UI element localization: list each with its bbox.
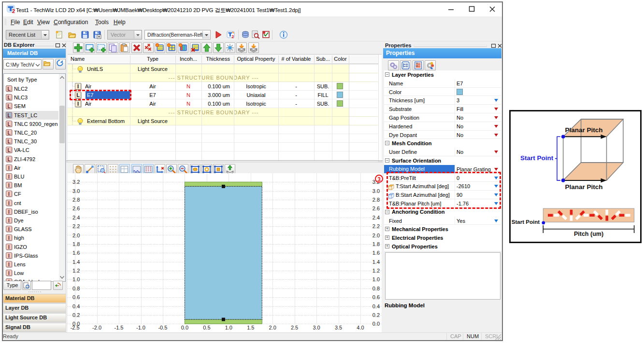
svg-text:Start Point: Start Point	[512, 219, 540, 225]
svg-text:2.2: 2.2	[372, 223, 380, 229]
svg-text:3.2: 3.2	[72, 179, 80, 185]
svg-text:3.0: 3.0	[372, 188, 380, 194]
svg-text:0.8: 0.8	[72, 286, 80, 291]
svg-text:3.0: 3.0	[313, 325, 320, 330]
svg-text:-0.5: -0.5	[158, 325, 167, 330]
svg-text:2.6: 2.6	[372, 206, 380, 211]
svg-text:3.5: 3.5	[335, 325, 342, 330]
svg-text:2: 2	[232, 34, 234, 39]
svg-text:0.0: 0.0	[372, 321, 380, 327]
svg-text:Start Point: Start Point	[520, 154, 554, 162]
svg-text:0.5: 0.5	[203, 325, 210, 330]
svg-text:1.8: 1.8	[72, 241, 80, 247]
svg-text:0.6: 0.6	[372, 294, 380, 300]
svg-text:2.4: 2.4	[372, 215, 380, 220]
svg-text:0.8: 0.8	[372, 286, 380, 291]
svg-text:-1.0: -1.0	[136, 325, 145, 330]
svg-text:0.4: 0.4	[372, 303, 380, 309]
svg-text:1.6: 1.6	[72, 250, 80, 256]
svg-text:1.4: 1.4	[372, 259, 380, 265]
svg-text:2.4: 2.4	[72, 215, 80, 220]
svg-text:2.8: 2.8	[72, 197, 80, 203]
svg-text:2.0: 2.0	[372, 233, 380, 238]
svg-text:2.2: 2.2	[72, 223, 80, 229]
svg-text:-2.5: -2.5	[71, 325, 80, 330]
svg-text:1.8: 1.8	[372, 241, 380, 247]
svg-text:2.6: 2.6	[72, 206, 80, 211]
svg-text:1.6: 1.6	[372, 250, 380, 256]
svg-text:0.6: 0.6	[72, 294, 80, 300]
svg-text:Pitch (um): Pitch (um)	[574, 231, 603, 237]
svg-text:0.4: 0.4	[72, 303, 80, 309]
svg-text:0.2: 0.2	[372, 312, 380, 318]
svg-text:2.0: 2.0	[269, 325, 276, 330]
svg-text:2: 2	[12, 8, 15, 14]
svg-text:0.0: 0.0	[181, 325, 188, 330]
svg-text:0.2: 0.2	[72, 312, 80, 318]
svg-text:1.0: 1.0	[72, 276, 80, 282]
svg-text:2.0: 2.0	[72, 233, 80, 238]
svg-text:1.4: 1.4	[72, 259, 80, 265]
svg-text:1.2: 1.2	[372, 268, 380, 274]
svg-text:4.0: 4.0	[357, 325, 364, 330]
svg-text:-1.5: -1.5	[114, 325, 124, 330]
svg-text:3.0: 3.0	[72, 188, 80, 194]
svg-text:1.0: 1.0	[372, 276, 380, 282]
svg-text:2.8: 2.8	[372, 197, 380, 203]
svg-text:-2.0: -2.0	[92, 325, 101, 330]
svg-text:1.2: 1.2	[72, 268, 80, 274]
svg-text:2.5: 2.5	[291, 325, 298, 330]
svg-text:1.5: 1.5	[247, 325, 254, 330]
svg-text:1.0: 1.0	[225, 325, 232, 330]
svg-text:Planar Pitch: Planar Pitch	[565, 183, 602, 191]
svg-text:Planar Pitch: Planar Pitch	[565, 126, 602, 134]
